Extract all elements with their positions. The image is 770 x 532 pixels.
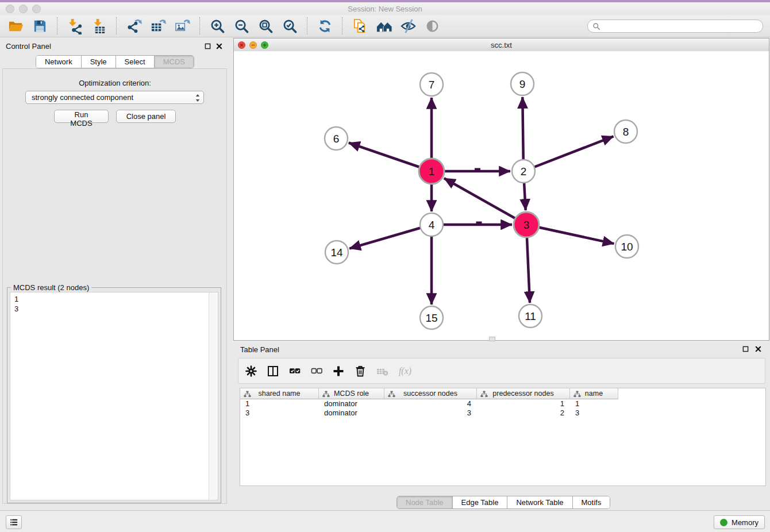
memory-button[interactable]: Memory: [714, 515, 765, 529]
zoom-fit-icon[interactable]: [256, 16, 275, 36]
control-panel-tabs: NetworkStyleSelectMCDS: [0, 55, 230, 68]
zoom-in-icon[interactable]: [208, 16, 226, 36]
tab-node-table[interactable]: Node Table: [397, 496, 453, 508]
run-mcds-button[interactable]: Run MCDS: [54, 110, 109, 123]
split-columns-icon[interactable]: [266, 364, 280, 378]
column-type-icon: [322, 391, 330, 399]
table-cell[interactable]: dominator: [319, 399, 384, 408]
table-cell[interactable]: 4: [384, 399, 477, 408]
zoom-selected-icon[interactable]: [280, 16, 299, 36]
close-panel-icon[interactable]: [215, 43, 223, 50]
copy-network-icon[interactable]: [351, 16, 369, 36]
node-15[interactable]: 15: [420, 306, 443, 329]
table-panel: Table Panel f(x) shared nameMCDS rolesuc…: [233, 342, 770, 509]
import-network-icon[interactable]: [66, 16, 84, 36]
svg-text:8: 8: [623, 126, 629, 138]
edge-3-1[interactable]: [444, 178, 526, 225]
node-8[interactable]: 8: [614, 120, 637, 143]
node-10[interactable]: 10: [615, 235, 638, 258]
edge-2-8[interactable]: [523, 136, 614, 171]
export-network-icon[interactable]: [125, 16, 143, 36]
search-icon: [592, 22, 600, 30]
result-scrollbar[interactable]: [209, 292, 218, 500]
column-header-predecessor-nodes[interactable]: predecessor nodes: [477, 388, 570, 399]
node-2[interactable]: 2: [512, 160, 535, 183]
zoom-out-icon[interactable]: [232, 16, 251, 36]
refresh-icon[interactable]: [315, 16, 334, 36]
export-image-icon[interactable]: [173, 16, 191, 36]
table-row[interactable]: 1dominator411: [240, 399, 765, 408]
float-table-panel-icon[interactable]: [742, 345, 749, 353]
mcds-result-line: 3: [14, 304, 205, 314]
houses-icon[interactable]: [375, 16, 393, 36]
split-pane-divider-handle[interactable]: [489, 337, 495, 341]
control-panel-header: Control Panel: [0, 39, 230, 53]
table-row[interactable]: 3dominator323: [240, 408, 765, 418]
svg-text:3: 3: [523, 219, 530, 231]
node-3[interactable]: 3: [514, 212, 539, 237]
optimization-dropdown[interactable]: strongly connected component: [25, 91, 204, 104]
control-panel-title: Control Panel: [6, 42, 51, 51]
tab-style[interactable]: Style: [82, 56, 116, 68]
node-4[interactable]: 4: [420, 213, 443, 236]
svg-text:6: 6: [333, 133, 340, 145]
table-cell[interactable]: 1: [240, 399, 319, 408]
table-cell[interactable]: 3: [240, 408, 319, 418]
node-7[interactable]: 7: [420, 73, 443, 96]
mcds-result-textarea[interactable]: 13: [10, 292, 218, 500]
column-type-icon: [480, 391, 488, 399]
clear-selection-icon[interactable]: [310, 364, 324, 378]
add-icon[interactable]: [332, 364, 345, 378]
network-view-window: scc.txt 7968124314101511: [233, 38, 769, 341]
search-field[interactable]: [587, 20, 763, 33]
node-9[interactable]: 9: [511, 72, 534, 95]
node-11[interactable]: 11: [519, 304, 542, 327]
table-cell[interactable]: 1: [570, 399, 618, 408]
column-header-successor-nodes[interactable]: successor nodes: [384, 388, 477, 399]
optimization-criterion-label: Optimization criterion:: [0, 79, 230, 87]
node-1[interactable]: 1: [419, 159, 444, 184]
memory-label: Memory: [732, 518, 759, 527]
tab-edge-table[interactable]: Edge Table: [453, 496, 508, 508]
gear-icon[interactable]: [244, 364, 258, 378]
float-panel-icon[interactable]: [204, 43, 211, 50]
tab-select[interactable]: Select: [116, 56, 155, 68]
eye-icon[interactable]: [423, 16, 441, 36]
close-panel-button[interactable]: Close panel: [116, 110, 176, 123]
network-canvas[interactable]: 7968124314101511: [234, 51, 769, 340]
table-cell[interactable]: dominator: [319, 408, 384, 418]
toolbar-separator: [116, 17, 117, 34]
table-cell[interactable]: 3: [570, 408, 618, 418]
column-label: successor nodes: [403, 390, 457, 398]
node-14[interactable]: 14: [325, 241, 348, 264]
open-folder-icon[interactable]: [6, 16, 25, 36]
close-table-panel-icon[interactable]: [754, 345, 762, 353]
column-header-MCDS-role[interactable]: MCDS role: [319, 388, 384, 399]
select-all-icon[interactable]: [288, 364, 302, 378]
eye-slash-icon[interactable]: [399, 16, 417, 36]
task-list-button[interactable]: [6, 515, 22, 529]
toolbar-separator: [307, 17, 307, 34]
trash-icon[interactable]: [353, 364, 367, 378]
mcds-result-line: 1: [14, 294, 205, 304]
tab-motifs[interactable]: Motifs: [573, 496, 610, 508]
table-cell[interactable]: 2: [477, 408, 570, 418]
table-cell[interactable]: 1: [477, 399, 570, 408]
svg-text:11: 11: [525, 310, 536, 322]
export-table-icon[interactable]: [149, 16, 167, 36]
svg-text:9: 9: [519, 78, 526, 90]
table-cell[interactable]: 3: [384, 408, 477, 418]
node-6[interactable]: 6: [325, 127, 348, 150]
search-input[interactable]: [603, 21, 758, 31]
tab-network-table[interactable]: Network Table: [507, 496, 572, 508]
toolbar-separator: [199, 17, 200, 34]
network-window-titlebar: scc.txt: [234, 38, 769, 52]
edge-4-14[interactable]: [349, 225, 432, 249]
column-header-shared-name[interactable]: shared name: [240, 388, 319, 399]
tab-network[interactable]: Network: [36, 56, 82, 68]
column-header-name[interactable]: name: [570, 388, 618, 399]
tab-mcds[interactable]: MCDS: [155, 56, 194, 68]
save-icon[interactable]: [30, 16, 49, 36]
import-table-icon[interactable]: [90, 16, 108, 36]
mcds-result-box: MCDS result (2 nodes) 13: [7, 287, 221, 503]
